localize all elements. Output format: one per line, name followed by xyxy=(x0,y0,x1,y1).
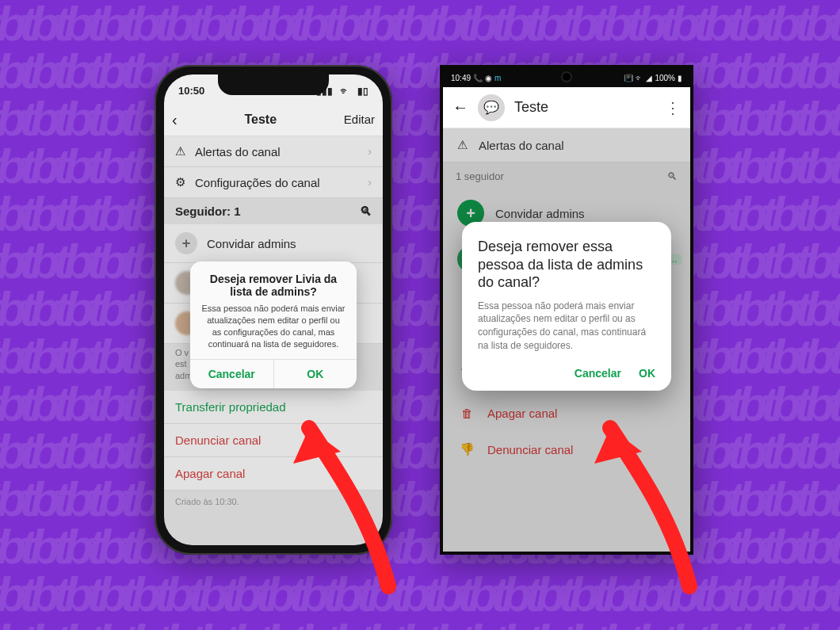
remove-admin-dialog: Deseja remover essa pessoa da lista de a… xyxy=(462,222,671,391)
whatsapp-icon: ◉ xyxy=(485,74,492,82)
plus-icon: + xyxy=(175,232,197,254)
iphone-notch xyxy=(218,74,329,95)
phone-icon: 📞 xyxy=(473,74,483,82)
dialog-body: Essa pessoa não poderá mais enviar atual… xyxy=(478,300,655,353)
back-button[interactable]: ← xyxy=(452,98,468,116)
dialog-title: Deseja remover Livia da lista de admins? xyxy=(190,262,357,303)
more-menu-icon[interactable]: ⋮ xyxy=(665,98,681,117)
android-frame: 10:49 📞 ◉ m 📳 ᯤ ◢ 100% ▮ ← 💬 Teste ⋮ ⚠︎ … xyxy=(440,65,693,555)
app-icon: m xyxy=(494,74,501,82)
transfer-ownership-row[interactable]: Transferir propriedad xyxy=(164,391,383,424)
battery-icon: ▮▯ xyxy=(357,86,368,97)
status-time: 10:50 xyxy=(178,85,204,97)
dialog-cancel-button[interactable]: Cancelar xyxy=(190,360,274,388)
ios-nav-bar: ‹ Teste Editar xyxy=(164,106,383,136)
followers-heading: Seguidor: 1 🔍︎ xyxy=(164,198,383,224)
delete-channel-row[interactable]: Apagar canal xyxy=(164,457,383,491)
dialog-ok-button[interactable]: OK xyxy=(274,360,357,388)
dialog-title: Deseja remover essa pessoa da lista de a… xyxy=(478,238,655,292)
camera-hole xyxy=(563,73,571,81)
chevron-right-icon: › xyxy=(368,145,372,158)
row-label: Convidar admins xyxy=(207,237,296,250)
created-at-footer: Criado às 10:30. xyxy=(164,491,383,513)
followers-count: Seguidor: 1 xyxy=(175,204,241,218)
dialog-cancel-button[interactable]: Cancelar xyxy=(575,367,621,380)
row-label: Configurações do canal xyxy=(195,176,320,189)
nav-title: Teste xyxy=(244,113,277,127)
settings-group: ⚠︎ Alertas do canal › ⚙︎ Configurações d… xyxy=(164,136,383,198)
edit-button[interactable]: Editar xyxy=(344,113,375,126)
signal-icon: ◢ xyxy=(646,74,652,82)
android-status-bar: 10:49 📞 ◉ m 📳 ᯤ ◢ 100% ▮ xyxy=(443,68,690,87)
battery-text: 100% xyxy=(655,74,675,82)
dialog-ok-button[interactable]: OK xyxy=(639,367,655,380)
wifi-icon: ᯤ xyxy=(636,74,643,82)
dialog-body: Essa pessoa não poderá mais enviar atual… xyxy=(190,303,357,359)
watermark-pattern: tbtbtbtbtbtbtbtbtbtbtbtbtbtbtbtbtbtbtbtb… xyxy=(0,0,840,630)
back-button[interactable]: ‹ xyxy=(172,112,178,128)
iphone-screen: 10:50 ▮▮▮ ᯤ ▮▯ ‹ Teste Editar ⚠︎ Alertas… xyxy=(164,74,383,545)
battery-icon: ▮ xyxy=(678,74,682,82)
search-icon[interactable]: 🔍︎ xyxy=(360,204,372,218)
android-screen: 10:49 📞 ◉ m 📳 ᯤ ◢ 100% ▮ ← 💬 Teste ⋮ ⚠︎ … xyxy=(443,68,690,552)
gear-icon: ⚙︎ xyxy=(175,175,185,189)
wifi-icon: ᯤ xyxy=(340,86,349,97)
warning-icon: ⚠︎ xyxy=(175,144,185,158)
chevron-right-icon: › xyxy=(368,176,372,189)
report-channel-row[interactable]: Denunciar canal xyxy=(164,424,383,457)
android-toolbar: ← 💬 Teste ⋮ xyxy=(443,87,690,128)
row-channel-settings[interactable]: ⚙︎ Configurações do canal › xyxy=(164,167,383,198)
row-channel-alerts[interactable]: ⚠︎ Alertas do canal › xyxy=(164,136,383,167)
status-time: 10:49 xyxy=(451,74,471,82)
vibrate-icon: 📳 xyxy=(624,74,633,82)
channel-avatar: 💬 xyxy=(478,94,505,121)
iphone-frame: 10:50 ▮▮▮ ᯤ ▮▯ ‹ Teste Editar ⚠︎ Alertas… xyxy=(155,65,392,555)
remove-admin-dialog: Deseja remover Livia da lista de admins?… xyxy=(190,262,357,388)
invite-admins-row[interactable]: + Convidar admins xyxy=(164,224,383,263)
row-label: Alertas do canal xyxy=(195,145,281,158)
toolbar-title: Teste xyxy=(514,99,548,116)
